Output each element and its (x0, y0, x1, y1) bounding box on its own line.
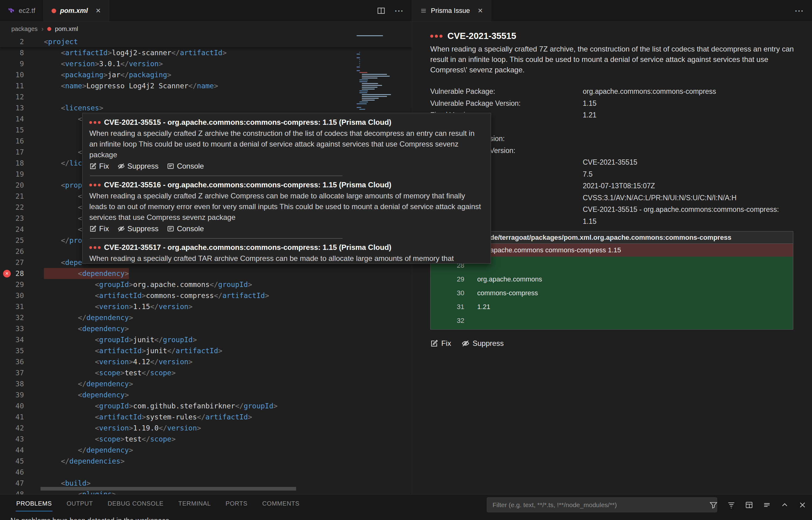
code-line-31[interactable]: 31 <version>1.15</version> (0, 301, 412, 312)
code-line-36[interactable]: 36 <version>4.12</version> (0, 356, 412, 367)
layout-icon[interactable] (745, 501, 753, 509)
line-number: 26 (0, 246, 24, 257)
line-number: 40 (0, 400, 24, 412)
suppress-link[interactable]: Suppress (118, 223, 158, 235)
collapse-icon[interactable] (763, 501, 771, 509)
minimap[interactable] (354, 35, 403, 124)
sticky-scroll-line[interactable]: 2<project (0, 36, 412, 47)
more-actions-icon[interactable]: ⋯ (394, 6, 404, 15)
error-icon: ✕ (3, 270, 11, 278)
detail-label: Vulnerable Package Version: (430, 98, 583, 109)
breadcrumb-item-pom-xml[interactable]: pom.xml (55, 25, 78, 32)
prisma-severity-icon (89, 246, 101, 249)
line-number: 27 (0, 257, 24, 268)
code-line-12[interactable]: 12 (0, 92, 412, 102)
panel-tab-problems[interactable]: PROBLEMS (16, 499, 52, 508)
line-number: 19 (0, 168, 24, 180)
problems-filter-input[interactable] (487, 497, 717, 512)
problems-status-text: No problems have been detected in the wo… (10, 517, 171, 520)
code-line-32[interactable]: 32 </dependency> (0, 312, 412, 323)
panel-tab-debug-console[interactable]: DEBUG CONSOLE (107, 499, 164, 508)
horizontal-scrollbar[interactable] (41, 487, 296, 491)
divider (90, 176, 343, 176)
code-line-42[interactable]: 42 <version>1.19.0</version> (0, 422, 412, 434)
line-number: 16 (0, 135, 24, 147)
line-number: 37 (0, 367, 24, 378)
code-line-8[interactable]: 8 <artifactId>log4j2-scanner</artifactId… (0, 47, 412, 58)
filter-icon[interactable] (710, 501, 717, 509)
console-link[interactable]: Console (167, 223, 204, 235)
chevron-up-icon[interactable] (781, 501, 789, 509)
code-line-44[interactable]: 44 </dependency> (0, 445, 412, 456)
fix-icon (89, 225, 97, 232)
diff-added-row: 30commons-compress (430, 286, 793, 300)
fix-button[interactable]: Fix (430, 339, 451, 348)
code-line-37[interactable]: 37 <scope>test</scope> (0, 367, 412, 378)
panel-tab-comments[interactable]: COMMENTS (262, 499, 300, 508)
fix-icon (89, 162, 97, 170)
code-line-30[interactable]: 30 <artifactId>commons-compress</artifac… (0, 290, 412, 301)
code-line-34[interactable]: 34 <groupId>junit</groupId> (0, 334, 412, 345)
issue-actions: FixSuppress (430, 339, 503, 348)
line-number: 47 (0, 478, 24, 489)
hover-issue: CVE-2021-35516 - org.apache.commons:comm… (89, 179, 484, 238)
panel-tab-output[interactable]: OUTPUT (66, 499, 94, 508)
tab-label: ec2.tf (19, 7, 35, 15)
code-line-35[interactable]: 35 <artifactId>junit</artifactId> (0, 345, 412, 356)
fix-link[interactable]: Fix (89, 223, 109, 235)
breadcrumb-item-packages[interactable]: packages (11, 25, 38, 32)
code-line-9[interactable]: 9 <version>3.0.1</version> (0, 58, 412, 69)
line-number: 9 (0, 58, 24, 69)
terraform-file-icon (8, 7, 15, 14)
xml-file-icon (47, 27, 51, 31)
code-line-13[interactable]: 13 <licenses> (0, 102, 412, 113)
close-tab-icon[interactable]: ✕ (477, 7, 483, 15)
code-line-33[interactable]: 33 <dependency> (0, 323, 412, 334)
split-editor-icon[interactable] (377, 7, 385, 15)
tab-ec2-tf[interactable]: ec2.tf (0, 0, 44, 22)
line-number: 8 (0, 47, 24, 58)
line-number: 44 (0, 445, 24, 456)
tab-prisma-issue[interactable]: Prisma Issue ✕ (412, 0, 491, 22)
line-number: 20 (0, 180, 24, 191)
hover-tooltip: CVE-2021-35515 - org.apache.commons:comm… (82, 113, 491, 264)
code-line-40[interactable]: 40 <groupId>com.github.stefanbirkner</gr… (0, 400, 412, 412)
suppress-link[interactable]: Suppress (118, 160, 158, 172)
panel-tab-ports[interactable]: PORTS (225, 499, 248, 508)
console-link[interactable]: Console (167, 160, 204, 172)
filter-lines-icon[interactable] (727, 501, 735, 509)
line-number: 32 (0, 312, 24, 323)
line-number: 17 (0, 147, 24, 158)
code-line-11[interactable]: 11 <name>Logpresso Log4j2 Scanner</name> (0, 80, 412, 92)
code-line-45[interactable]: 45 </dependencies> (0, 456, 412, 467)
console-icon (167, 162, 174, 170)
detail-value: CVSS:3.1/AV:N/AC:L/PR:N/UI:N/S:U/C:N/I:N… (583, 192, 737, 204)
suppress-icon (462, 339, 469, 347)
code-line-46[interactable]: 46 (0, 467, 412, 478)
panel-tab-terminal[interactable]: TERMINAL (178, 499, 212, 508)
fix-link[interactable]: Fix (89, 160, 109, 172)
line-number: 18 (0, 158, 24, 168)
code-line-28[interactable]: ✕28 <dependency> (0, 268, 412, 279)
code-line-39[interactable]: 39 <dependency> (0, 389, 412, 400)
code-line-10[interactable]: 10 <packaging>jar</packaging> (0, 69, 412, 80)
tab-pom-xml[interactable]: pom.xml ✕ (44, 0, 109, 22)
prisma-severity-icon (89, 121, 101, 124)
code-line-43[interactable]: 43 <scope>test</scope> (0, 434, 412, 445)
code-line-2[interactable]: 2<project (0, 36, 412, 47)
more-actions-icon[interactable]: ⋯ (794, 6, 804, 15)
line-number: 33 (0, 323, 24, 334)
line-number: 23 (0, 213, 24, 224)
code-line-29[interactable]: 29 <groupId>org.apache.commons</groupId> (0, 279, 412, 290)
diff-added-row: 311.21 (430, 300, 793, 314)
detail-value: CVE-2021-35515 (583, 156, 637, 168)
line-number: 29 (0, 279, 24, 290)
detail-value: org.apache.commons:commons-compress (583, 85, 716, 98)
code-line-41[interactable]: 41 <artifactId>system-rules</artifactId> (0, 412, 412, 422)
close-icon[interactable] (798, 501, 807, 509)
close-tab-icon[interactable]: ✕ (95, 7, 101, 15)
suppress-button[interactable]: Suppress (462, 339, 503, 348)
panel-tabs: PROBLEMSOUTPUTDEBUG CONSOLETERMINALPORTS… (16, 495, 300, 512)
code-line-38[interactable]: 38 </dependency> (0, 378, 412, 389)
line-number: 21 (0, 191, 24, 202)
